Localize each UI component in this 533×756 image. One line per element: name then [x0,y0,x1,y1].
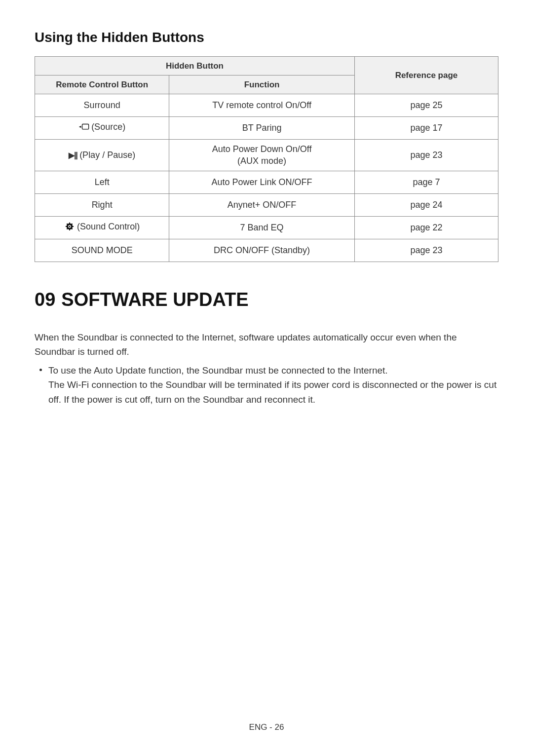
chapter-heading: 09SOFTWARE UPDATE [35,289,498,310]
th-reference-page: Reference page [354,57,498,94]
table-row: Surround TV remote control On/Off page 2… [35,94,498,117]
cell-ref: page 23 [354,140,498,171]
cell-remote: ▶ǁ (Play / Pause) [35,140,169,171]
table-row: SOUND MODE DRC ON/OFF (Standby) page 23 [35,239,498,262]
gear-icon [64,222,75,231]
cell-function: Anynet+ ON/OFF [169,194,355,217]
page-footer: ENG - 26 [0,722,533,732]
cell-remote: SOUND MODE [35,239,169,262]
cell-function: Auto Power Down On/Off (AUX mode) [169,140,355,171]
cell-remote: (Source) [35,117,169,140]
cell-remote: Right [35,194,169,217]
cell-function: TV remote control On/Off [169,94,355,117]
table-row: (Sound Control) 7 Band EQ page 22 [35,217,498,239]
cell-ref: page 25 [354,94,498,117]
cell-ref: page 23 [354,239,498,262]
table-row: Right Anynet+ ON/OFF page 24 [35,194,498,217]
play-pause-icon: ▶ǁ [69,151,77,160]
cell-remote-label: (Play / Pause) [79,150,135,160]
cell-remote-label: (Source) [91,122,125,132]
table-row: (Source) BT Paring page 17 [35,117,498,140]
cell-ref: page 22 [354,217,498,239]
source-icon [78,122,89,132]
intro-paragraph: When the Soundbar is connected to the In… [35,330,498,359]
list-item: To use the Auto Update function, the Sou… [48,363,498,407]
cell-ref: page 7 [354,171,498,194]
bullet-list: To use the Auto Update function, the Sou… [35,363,498,407]
section-heading: Using the Hidden Buttons [35,30,498,45]
table-row: ▶ǁ (Play / Pause) Auto Power Down On/Off… [35,140,498,171]
cell-ref: page 24 [354,194,498,217]
chapter-title: SOFTWARE UPDATE [61,289,248,310]
bullet-line-2: The Wi-Fi connection to the Soundbar wil… [48,379,496,404]
th-hidden-button-group: Hidden Button [35,57,355,76]
cell-remote-label: (Sound Control) [77,222,140,232]
cell-function: DRC ON/OFF (Standby) [169,239,355,262]
cell-ref: page 17 [354,117,498,140]
cell-function: Auto Power Link ON/OFF [169,171,355,194]
table-row: Left Auto Power Link ON/OFF page 7 [35,171,498,194]
cell-function-line2: (AUX mode) [169,155,354,167]
cell-function: 7 Band EQ [169,217,355,239]
th-function: Function [169,76,355,94]
cell-remote: (Sound Control) [35,217,169,239]
hidden-buttons-table: Hidden Button Reference page Remote Cont… [35,56,498,262]
cell-function-line1: Auto Power Down On/Off [169,144,354,155]
th-remote-control-button: Remote Control Button [35,76,169,94]
cell-remote: Left [35,171,169,194]
chapter-number: 09 [35,289,55,310]
cell-function: BT Paring [169,117,355,140]
cell-remote: Surround [35,94,169,117]
bullet-line-1: To use the Auto Update function, the Sou… [48,365,388,376]
